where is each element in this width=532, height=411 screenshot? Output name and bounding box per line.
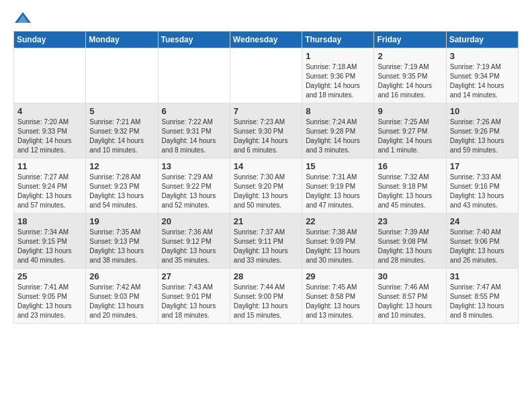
day-cell: 4Sunrise: 7:20 AM Sunset: 9:33 PM Daylig…: [14, 103, 86, 158]
day-info: Sunrise: 7:36 AM Sunset: 9:12 PM Dayligh…: [162, 228, 226, 265]
logo: [13, 11, 34, 26]
day-cell: 21Sunrise: 7:37 AM Sunset: 9:11 PM Dayli…: [230, 214, 302, 269]
day-info: Sunrise: 7:44 AM Sunset: 9:00 PM Dayligh…: [234, 283, 298, 320]
day-info: Sunrise: 7:37 AM Sunset: 9:11 PM Dayligh…: [234, 228, 298, 265]
day-number: 12: [89, 161, 154, 171]
day-cell: 14Sunrise: 7:30 AM Sunset: 9:20 PM Dayli…: [230, 158, 302, 214]
day-info: Sunrise: 7:23 AM Sunset: 9:30 PM Dayligh…: [234, 118, 298, 155]
day-cell: 16Sunrise: 7:32 AM Sunset: 9:18 PM Dayli…: [374, 158, 446, 214]
calendar: SundayMondayTuesdayWednesdayThursdayFrid…: [13, 31, 519, 324]
weekday-monday: Monday: [86, 32, 158, 48]
day-info: Sunrise: 7:41 AM Sunset: 9:05 PM Dayligh…: [17, 283, 82, 320]
day-cell: 23Sunrise: 7:39 AM Sunset: 9:08 PM Dayli…: [374, 214, 446, 269]
day-cell: 3Sunrise: 7:19 AM Sunset: 9:34 PM Daylig…: [446, 48, 518, 103]
day-info: Sunrise: 7:46 AM Sunset: 8:57 PM Dayligh…: [378, 283, 442, 320]
week-row-5: 25Sunrise: 7:41 AM Sunset: 9:05 PM Dayli…: [14, 269, 519, 324]
weekday-sunday: Sunday: [14, 32, 86, 48]
day-number: 8: [306, 106, 370, 116]
day-number: 18: [17, 216, 82, 226]
day-info: Sunrise: 7:28 AM Sunset: 9:23 PM Dayligh…: [89, 173, 154, 210]
day-number: 14: [234, 161, 298, 171]
day-number: 23: [378, 216, 442, 226]
day-info: Sunrise: 7:42 AM Sunset: 9:03 PM Dayligh…: [89, 283, 154, 320]
day-info: Sunrise: 7:45 AM Sunset: 8:58 PM Dayligh…: [306, 283, 370, 320]
day-number: 9: [378, 106, 442, 116]
day-info: Sunrise: 7:47 AM Sunset: 8:55 PM Dayligh…: [450, 283, 515, 320]
day-number: 10: [450, 106, 515, 116]
logo-icon: [13, 11, 32, 26]
day-info: Sunrise: 7:40 AM Sunset: 9:06 PM Dayligh…: [450, 228, 515, 265]
day-cell: 7Sunrise: 7:23 AM Sunset: 9:30 PM Daylig…: [230, 103, 302, 158]
day-info: Sunrise: 7:39 AM Sunset: 9:08 PM Dayligh…: [378, 228, 442, 265]
day-number: 28: [234, 271, 298, 281]
day-cell: [14, 48, 86, 103]
day-number: 4: [17, 106, 82, 116]
day-number: 19: [89, 216, 154, 226]
week-row-2: 4Sunrise: 7:20 AM Sunset: 9:33 PM Daylig…: [14, 103, 519, 158]
day-info: Sunrise: 7:22 AM Sunset: 9:31 PM Dayligh…: [162, 118, 226, 155]
day-cell: 26Sunrise: 7:42 AM Sunset: 9:03 PM Dayli…: [86, 269, 158, 324]
day-info: Sunrise: 7:27 AM Sunset: 9:24 PM Dayligh…: [17, 173, 82, 210]
day-cell: 27Sunrise: 7:43 AM Sunset: 9:01 PM Dayli…: [158, 269, 230, 324]
day-number: 5: [89, 106, 154, 116]
day-number: 7: [234, 106, 298, 116]
day-number: 21: [234, 216, 298, 226]
day-info: Sunrise: 7:19 AM Sunset: 9:35 PM Dayligh…: [378, 62, 442, 100]
day-info: Sunrise: 7:20 AM Sunset: 9:33 PM Dayligh…: [17, 118, 82, 155]
day-number: 11: [17, 161, 82, 171]
day-cell: 6Sunrise: 7:22 AM Sunset: 9:31 PM Daylig…: [158, 103, 230, 158]
day-number: 24: [450, 216, 515, 226]
day-cell: 10Sunrise: 7:26 AM Sunset: 9:26 PM Dayli…: [446, 103, 518, 158]
day-cell: 13Sunrise: 7:29 AM Sunset: 9:22 PM Dayli…: [158, 158, 230, 214]
day-cell: 28Sunrise: 7:44 AM Sunset: 9:00 PM Dayli…: [230, 269, 302, 324]
day-info: Sunrise: 7:34 AM Sunset: 9:15 PM Dayligh…: [17, 228, 82, 265]
day-cell: [158, 48, 230, 103]
day-number: 30: [378, 271, 442, 281]
day-cell: 31Sunrise: 7:47 AM Sunset: 8:55 PM Dayli…: [446, 269, 518, 324]
day-cell: 20Sunrise: 7:36 AM Sunset: 9:12 PM Dayli…: [158, 214, 230, 269]
weekday-wednesday: Wednesday: [230, 32, 302, 48]
weekday-saturday: Saturday: [446, 32, 518, 48]
day-cell: 19Sunrise: 7:35 AM Sunset: 9:13 PM Dayli…: [86, 214, 158, 269]
day-cell: 24Sunrise: 7:40 AM Sunset: 9:06 PM Dayli…: [446, 214, 518, 269]
weekday-header-row: SundayMondayTuesdayWednesdayThursdayFrid…: [14, 32, 519, 48]
day-number: 22: [306, 216, 370, 226]
day-info: Sunrise: 7:26 AM Sunset: 9:26 PM Dayligh…: [450, 118, 515, 155]
day-number: 29: [306, 271, 370, 281]
day-cell: 25Sunrise: 7:41 AM Sunset: 9:05 PM Dayli…: [14, 269, 86, 324]
day-cell: [230, 48, 302, 103]
day-info: Sunrise: 7:38 AM Sunset: 9:09 PM Dayligh…: [306, 228, 370, 265]
day-number: 6: [162, 106, 226, 116]
day-cell: 18Sunrise: 7:34 AM Sunset: 9:15 PM Dayli…: [14, 214, 86, 269]
day-cell: 1Sunrise: 7:18 AM Sunset: 9:36 PM Daylig…: [302, 48, 374, 103]
day-number: 17: [450, 161, 515, 171]
day-cell: 11Sunrise: 7:27 AM Sunset: 9:24 PM Dayli…: [14, 158, 86, 214]
week-row-4: 18Sunrise: 7:34 AM Sunset: 9:15 PM Dayli…: [14, 214, 519, 269]
day-info: Sunrise: 7:29 AM Sunset: 9:22 PM Dayligh…: [162, 173, 226, 210]
day-number: 15: [306, 161, 370, 171]
day-number: 2: [378, 51, 442, 61]
day-info: Sunrise: 7:32 AM Sunset: 9:18 PM Dayligh…: [378, 173, 442, 210]
day-cell: 8Sunrise: 7:24 AM Sunset: 9:28 PM Daylig…: [302, 103, 374, 158]
day-cell: 2Sunrise: 7:19 AM Sunset: 9:35 PM Daylig…: [374, 48, 446, 103]
day-number: 31: [450, 271, 515, 281]
weekday-tuesday: Tuesday: [158, 32, 230, 48]
weekday-friday: Friday: [374, 32, 446, 48]
day-cell: 30Sunrise: 7:46 AM Sunset: 8:57 PM Dayli…: [374, 269, 446, 324]
day-cell: 29Sunrise: 7:45 AM Sunset: 8:58 PM Dayli…: [302, 269, 374, 324]
day-cell: 15Sunrise: 7:31 AM Sunset: 9:19 PM Dayli…: [302, 158, 374, 214]
week-row-3: 11Sunrise: 7:27 AM Sunset: 9:24 PM Dayli…: [14, 158, 519, 214]
header: [13, 11, 519, 26]
day-cell: 17Sunrise: 7:33 AM Sunset: 9:16 PM Dayli…: [446, 158, 518, 214]
day-cell: 22Sunrise: 7:38 AM Sunset: 9:09 PM Dayli…: [302, 214, 374, 269]
day-number: 25: [17, 271, 82, 281]
day-number: 1: [306, 51, 370, 61]
day-info: Sunrise: 7:33 AM Sunset: 9:16 PM Dayligh…: [450, 173, 515, 210]
day-info: Sunrise: 7:31 AM Sunset: 9:19 PM Dayligh…: [306, 173, 370, 210]
day-cell: 9Sunrise: 7:25 AM Sunset: 9:27 PM Daylig…: [374, 103, 446, 158]
day-number: 26: [89, 271, 154, 281]
day-info: Sunrise: 7:19 AM Sunset: 9:34 PM Dayligh…: [450, 62, 515, 100]
day-number: 27: [162, 271, 226, 281]
day-number: 13: [162, 161, 226, 171]
day-info: Sunrise: 7:25 AM Sunset: 9:27 PM Dayligh…: [378, 118, 442, 155]
